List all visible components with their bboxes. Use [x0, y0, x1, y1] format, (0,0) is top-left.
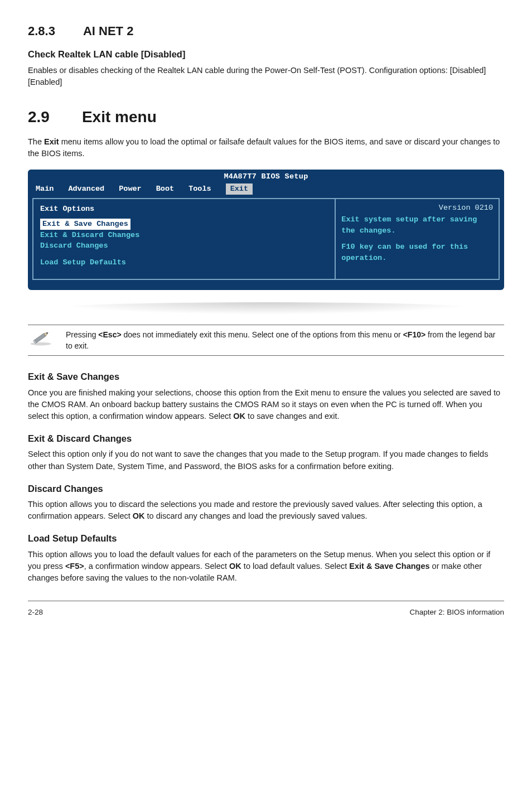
menu-item-exit-save[interactable]: Exit & Save Changes — [40, 219, 130, 230]
subsection-heading: Exit & Save Changes — [28, 370, 504, 384]
svg-point-0 — [30, 342, 51, 346]
subsection-heading: Discard Changes — [28, 482, 504, 496]
page-footer: 2-28 Chapter 2: BIOS information — [28, 601, 504, 618]
chapter-label: Chapter 2: BIOS information — [409, 607, 504, 618]
bios-screenshot: M4A87T7 BIOS Setup Main Advanced Power B… — [28, 170, 504, 290]
pencil-icon — [28, 328, 54, 346]
tab-power[interactable]: Power — [119, 183, 142, 195]
help-text-line: F10 key can be used for this operation. — [341, 241, 493, 263]
menu-item-load-defaults[interactable]: Load Setup Defaults — [40, 257, 328, 268]
subsection-heading: Exit & Discard Changes — [28, 432, 504, 446]
subsection-heading: Check Realtek LAN cable [Disabled] — [28, 48, 504, 61]
tab-advanced[interactable]: Advanced — [68, 183, 104, 195]
bios-menubar: Main Advanced Power Boot Tools Exit — [28, 182, 504, 196]
page-number: 2-28 — [28, 607, 43, 618]
tab-tools[interactable]: Tools — [188, 183, 211, 195]
body-paragraph: Enables or disables checking of the Real… — [28, 65, 504, 88]
section-title: AI NET 2 — [83, 22, 133, 40]
note-callout: Pressing <Esc> does not immediately exit… — [28, 325, 504, 355]
body-paragraph: This option allows you to discard the se… — [28, 499, 504, 522]
menu-item-exit-discard[interactable]: Exit & Discard Changes — [40, 230, 328, 241]
bios-help-panel: Version 0210 Exit system setup after sav… — [335, 198, 500, 281]
shadow-decoration — [50, 302, 482, 315]
body-paragraph: Select this option only if you do not wa… — [28, 448, 504, 472]
subsection-heading: Load Setup Defaults — [28, 532, 504, 545]
bios-title: M4A87T7 BIOS Setup — [28, 170, 504, 182]
tab-boot[interactable]: Boot — [156, 183, 174, 195]
tab-main[interactable]: Main — [36, 183, 54, 195]
section-number: 2.8.3 — [28, 22, 55, 40]
tab-exit[interactable]: Exit — [226, 183, 253, 195]
body-paragraph: Once you are finished making your select… — [28, 387, 504, 422]
body-paragraph: The Exit menu items allow you to load th… — [28, 136, 504, 160]
bios-version: Version 0210 — [341, 202, 493, 214]
exit-options-header: Exit Options — [40, 204, 328, 215]
section-title: Exit menu — [82, 106, 157, 129]
help-text-line: Exit system setup after saving the chang… — [341, 214, 493, 236]
section-number: 2.9 — [28, 106, 50, 129]
note-text: Pressing <Esc> does not immediately exit… — [66, 328, 504, 351]
body-paragraph: This option allows you to load the defau… — [28, 549, 504, 584]
menu-item-discard[interactable]: Discard Changes — [40, 240, 328, 252]
bios-left-panel: Exit Options Exit & Save Changes Exit & … — [32, 198, 335, 281]
